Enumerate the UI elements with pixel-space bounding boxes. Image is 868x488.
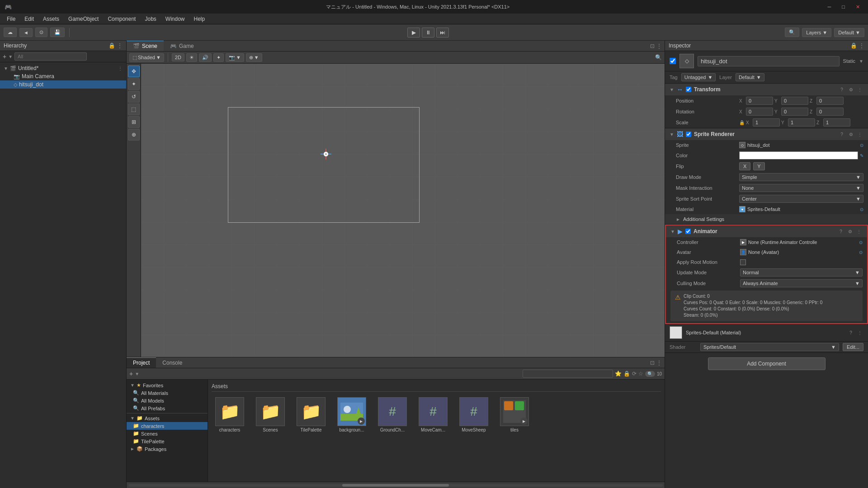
menu-assets[interactable]: Assets: [38, 15, 64, 23]
pos-z-input[interactable]: [816, 97, 844, 105]
project-add-icon[interactable]: +: [129, 370, 133, 377]
material-help[interactable]: ?: [847, 329, 854, 336]
asset-characters[interactable]: 📁 characters: [212, 395, 248, 434]
asset-background[interactable]: ▶ backgroun...: [334, 395, 370, 434]
refresh-icon[interactable]: ⟳: [632, 371, 637, 377]
menu-file[interactable]: File: [2, 15, 20, 23]
scale-x-input[interactable]: [753, 118, 780, 127]
scene-game-object[interactable]: [321, 149, 331, 160]
scene-gizmo-btn[interactable]: ⊕ ▼: [246, 53, 262, 62]
shader-edit-btn[interactable]: Edit...: [843, 343, 863, 351]
asset-tilepalette[interactable]: 📁 TilePalette: [293, 395, 329, 434]
asset-groundch[interactable]: # GroundCh...: [374, 395, 410, 434]
pos-y-input[interactable]: [781, 97, 808, 105]
tab-game[interactable]: 🎮 Game: [164, 41, 200, 51]
menu-component[interactable]: Component: [103, 15, 140, 23]
tool-transform[interactable]: ⊕: [128, 129, 140, 141]
add-component-button[interactable]: Add Component: [708, 357, 826, 370]
maximize-button[interactable]: □: [838, 3, 849, 11]
scene-fx-btn[interactable]: ✦: [213, 53, 224, 62]
panel-maximize-bottom[interactable]: ⊡: [650, 360, 655, 366]
rot-x-input[interactable]: [746, 108, 773, 116]
step-button[interactable]: ⏭: [436, 28, 449, 38]
animator-menu[interactable]: ⋮: [855, 228, 863, 235]
tool-translate[interactable]: ✦: [128, 78, 140, 90]
culling-dropdown[interactable]: Always Animate ▼: [740, 279, 863, 287]
inspector-lock-icon[interactable]: 🔒: [850, 42, 857, 49]
transform-checkbox[interactable]: [686, 87, 691, 92]
menu-edit[interactable]: Edit: [20, 15, 38, 23]
pos-x-input[interactable]: [746, 97, 773, 105]
shader-dropdown[interactable]: Sprites/Default ▼: [700, 343, 839, 351]
close-button[interactable]: ✕: [852, 3, 863, 11]
sprite-renderer-help[interactable]: ?: [838, 131, 845, 138]
project-search-input[interactable]: [523, 370, 613, 378]
hierarchy-search-input[interactable]: [14, 52, 87, 61]
sprite-select-icon[interactable]: ⊙: [860, 143, 863, 148]
toolbar-collab[interactable]: ☁: [4, 28, 17, 37]
hierarchy-item-hitsuji[interactable]: ◇ hitsuji_dot: [0, 80, 126, 89]
material-menu[interactable]: ⋮: [856, 329, 863, 336]
flip-x-btn[interactable]: X: [739, 162, 750, 170]
mask-dropdown[interactable]: None ▼: [739, 184, 863, 192]
panel-menu-bottom[interactable]: ⋮: [656, 360, 662, 366]
tree-favorites[interactable]: ▼ ★ Favorites: [127, 381, 208, 389]
scene-audio-btn[interactable]: 🔊: [199, 53, 212, 62]
panel-maximize-icon[interactable]: ⊡: [650, 43, 655, 49]
apply-root-checkbox[interactable]: [740, 259, 746, 265]
sprite-renderer-settings[interactable]: ⚙: [847, 131, 854, 138]
hierarchy-menu-icon[interactable]: ⋮: [117, 42, 123, 49]
animator-header[interactable]: ▼ ▶ Animator ? ⚙ ⋮: [666, 225, 867, 237]
hierarchy-lock-icon[interactable]: 🔒: [108, 42, 115, 49]
flip-y-btn[interactable]: Y: [753, 162, 764, 170]
tree-assets[interactable]: ▼ 📁 Assets: [127, 414, 208, 422]
transform-settings-btn[interactable]: ⚙: [847, 86, 854, 93]
tree-all-materials[interactable]: 🔍 All Materials: [127, 389, 208, 397]
draw-mode-dropdown[interactable]: Simple ▼: [739, 173, 863, 181]
tree-packages[interactable]: ► 📦 Packages: [127, 445, 208, 453]
hierarchy-add-icon[interactable]: +: [3, 53, 6, 60]
transform-header[interactable]: ▼ ↔ Transform ? ⚙ ⋮: [665, 84, 868, 95]
sort-point-dropdown[interactable]: Center ▼: [739, 195, 863, 203]
asset-scenes[interactable]: 📁 Scenes: [252, 395, 288, 434]
static-arrow[interactable]: ▼: [859, 59, 863, 64]
sprite-renderer-menu[interactable]: ⋮: [856, 131, 863, 138]
animator-help[interactable]: ?: [837, 228, 844, 235]
menu-window[interactable]: Window: [161, 15, 189, 23]
layers-dropdown[interactable]: Layers ▼: [802, 28, 831, 37]
layer-dropdown[interactable]: Default ▼: [736, 73, 764, 81]
bottom-scrollbar-track[interactable]: [128, 484, 663, 487]
search-scene-icon[interactable]: 🔍: [655, 54, 662, 61]
material-select-icon[interactable]: ⊙: [860, 207, 863, 212]
scene-2d-btn[interactable]: 2D: [172, 53, 184, 61]
tab-scene[interactable]: 🎬 Scene: [127, 41, 164, 51]
sprite-renderer-header[interactable]: ▼ 🖼 Sprite Renderer ? ⚙ ⋮: [665, 128, 868, 140]
play-button[interactable]: ▶: [407, 28, 420, 38]
animator-settings[interactable]: ⚙: [846, 228, 854, 235]
scene-shaded-btn[interactable]: ⬚ Shaded ▼: [129, 53, 164, 62]
update-mode-dropdown[interactable]: Normal ▼: [740, 268, 863, 277]
controller-select-icon[interactable]: ⊙: [859, 240, 863, 245]
toolbar-undo[interactable]: ◄: [19, 28, 33, 37]
hierarchy-item-menu[interactable]: ⋮: [118, 66, 123, 71]
toolbar-save[interactable]: 💾: [50, 28, 65, 37]
tree-all-models[interactable]: 🔍 All Models: [127, 397, 208, 404]
rot-z-input[interactable]: [816, 108, 844, 116]
animator-checkbox[interactable]: [685, 229, 691, 234]
obj-active-checkbox[interactable]: [670, 58, 676, 64]
toolbar-history[interactable]: ⊙: [35, 28, 47, 37]
menu-help[interactable]: Help: [189, 15, 210, 23]
transform-menu-btn[interactable]: ⋮: [856, 86, 863, 93]
star-icon[interactable]: ☆: [638, 371, 643, 377]
avatar-select-icon[interactable]: ⊙: [859, 250, 863, 255]
tool-rotate[interactable]: ↺: [128, 91, 140, 103]
menu-jobs[interactable]: Jobs: [140, 15, 160, 23]
favorites-icon[interactable]: ⭐: [615, 371, 622, 377]
tab-console[interactable]: Console: [156, 357, 189, 368]
hierarchy-item-untitled[interactable]: ▼ 🎬 Untitled* ⋮: [0, 64, 126, 72]
scene-viewport[interactable]: [141, 64, 665, 357]
scene-camera-btn[interactable]: 📷 ▼: [226, 53, 244, 62]
asset-movesheep[interactable]: # MoveSheep: [456, 395, 492, 434]
tree-all-prefabs[interactable]: 🔍 All Prefabs: [127, 404, 208, 412]
scale-y-input[interactable]: [788, 118, 815, 127]
